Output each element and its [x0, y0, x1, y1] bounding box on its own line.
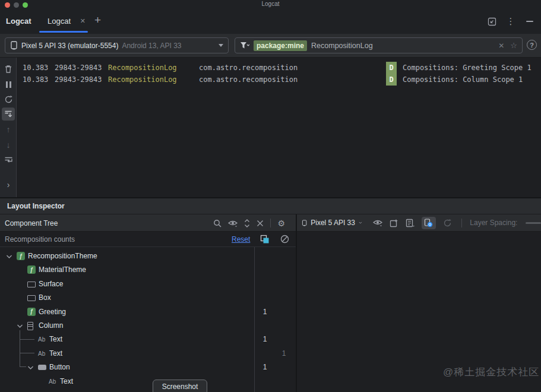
inspector-device-selector[interactable]: Pixel 5 API 33: [311, 219, 355, 227]
gear-icon[interactable]: ⚙: [277, 219, 285, 228]
tree-node-box[interactable]: Box: [0, 291, 296, 305]
tree-node-label: Text: [49, 349, 62, 358]
chevron-down-icon[interactable]: [17, 324, 23, 328]
text-node-icon: Ab: [49, 378, 56, 385]
help-icon[interactable]: ?: [527, 40, 537, 50]
compose-node-icon: ƒ: [27, 265, 36, 274]
device-detail: Android 13, API 33: [122, 42, 181, 50]
collapse-all-icon[interactable]: [257, 220, 264, 227]
logcat-output[interactable]: 10.38329843-29843RecompositionLogcom.ast…: [17, 58, 541, 197]
component-tree-header: Component Tree ⚙: [0, 214, 296, 232]
tree-node-column[interactable]: Column: [0, 319, 296, 333]
log-pid: 29843-29843: [55, 75, 102, 84]
close-tab-icon[interactable]: ✕: [80, 17, 86, 25]
screenshot-tooltip: Screenshot: [153, 380, 207, 392]
expand-strip-icon[interactable]: ›: [2, 178, 15, 191]
tree-node-label: Text: [60, 377, 73, 385]
reset-counts-link[interactable]: Reset: [232, 235, 250, 244]
previous-occurrence-icon[interactable]: ↑: [2, 123, 15, 136]
recomposition-counts-label: Recomposition counts: [5, 235, 75, 244]
highlight-layers-icon[interactable]: [260, 235, 270, 244]
tree-node-label: Button: [49, 363, 70, 371]
live-updates-toggle[interactable]: [422, 217, 436, 229]
logcat-filter-input[interactable]: package:mine RecompositionLog ✕ ☆: [235, 37, 523, 53]
tree-node-text[interactable]: AbText: [0, 375, 296, 388]
tree-node-greeting[interactable]: ƒGreeting1: [0, 305, 296, 319]
favorite-filter-icon[interactable]: ☆: [510, 41, 517, 50]
layout-inspector-header: Layout Inspector: [0, 197, 541, 214]
column-node-icon: [27, 322, 33, 330]
tree-node-label: Surface: [39, 280, 63, 288]
tree-node-button[interactable]: Button1: [0, 361, 296, 374]
hide-panel-icon[interactable]: [524, 16, 535, 27]
app-window: Logcat Logcat Logcat ✕ + ⋮ Pixel 5 API 3…: [0, 0, 541, 392]
skip-count: 1: [277, 349, 291, 358]
text-node-icon: Ab: [38, 350, 45, 357]
window-title: Logcat: [0, 1, 541, 7]
new-tab-button[interactable]: +: [94, 14, 101, 27]
text-node-icon: Ab: [38, 336, 45, 343]
chevron-down-icon[interactable]: [27, 365, 34, 370]
tab-logcat[interactable]: Logcat ✕: [39, 10, 88, 34]
log-time: 10.383: [23, 64, 48, 72]
log-package: com.astro.recomposition: [199, 64, 298, 72]
tree-node-label: Box: [39, 293, 51, 302]
log-pid: 29843-29843: [55, 64, 102, 72]
title-bar: Logcat: [0, 0, 541, 10]
float-window-icon[interactable]: [486, 16, 497, 27]
tree-node-recompositiontheme[interactable]: ƒRecompositionTheme: [0, 249, 296, 263]
chevron-down-icon: [219, 44, 223, 47]
component-tree[interactable]: ƒRecompositionThemeƒMaterialThemeSurface…: [0, 247, 296, 392]
filter-funnel-icon: [240, 42, 249, 49]
clear-filter-icon[interactable]: ✕: [498, 42, 504, 50]
tree-node-label: RecompositionTheme: [28, 252, 97, 260]
log-message: Compositions: Greeting Scope 1: [403, 64, 531, 72]
recomposition-count: 1: [258, 335, 272, 343]
recomposition-count: 1: [258, 308, 272, 316]
refresh-icon[interactable]: [443, 219, 452, 227]
tool-window-label: Logcat: [6, 17, 31, 26]
tree-node-label: Text: [49, 335, 62, 343]
restart-logcat-icon[interactable]: [2, 93, 15, 106]
log-tag: RecompositionLog: [108, 75, 177, 84]
toolbar-separator: [461, 219, 462, 227]
logcat-toolbar: Pixel 5 API 33 (emulator-5554) Android 1…: [0, 34, 541, 58]
tree-node-surface[interactable]: Surface: [0, 277, 296, 291]
device-name: Pixel 5 API 33 (emulator-5554): [21, 42, 118, 50]
device-selector[interactable]: Pixel 5 API 33 (emulator-5554) Android 1…: [5, 37, 229, 53]
chevron-down-icon[interactable]: [6, 254, 12, 259]
inspector-device-toolbar: Pixel 5 API 33 Layer Spacing:: [297, 214, 541, 232]
view-mode-icon[interactable]: [406, 219, 415, 227]
phone-icon: [10, 41, 18, 50]
tree-node-text[interactable]: AbText1: [0, 333, 296, 346]
container-node-icon: [27, 282, 36, 287]
search-icon[interactable]: [213, 219, 222, 227]
options-menu-icon[interactable]: ⋮: [505, 16, 516, 27]
tree-node-materialtheme[interactable]: ƒMaterialTheme: [0, 263, 296, 277]
soft-wrap-icon[interactable]: [2, 153, 15, 166]
component-tree-title: Component Tree: [5, 219, 58, 227]
layer-spacing-slider[interactable]: [526, 222, 541, 224]
expand-collapse-icon[interactable]: [244, 219, 250, 227]
log-level-badge: D: [386, 62, 397, 74]
phone-icon: [302, 219, 307, 227]
recomposition-count: 1: [258, 363, 272, 371]
tree-node-text[interactable]: AbText1: [0, 347, 296, 361]
cancel-highlight-icon[interactable]: [280, 235, 289, 244]
pause-logcat-icon[interactable]: [2, 78, 15, 91]
add-snapshot-icon[interactable]: [390, 219, 398, 227]
clear-logcat-icon[interactable]: [2, 62, 15, 75]
view-options-eye-icon[interactable]: [228, 220, 238, 227]
tab-bar: Logcat Logcat ✕ + ⋮: [0, 10, 541, 34]
watermark: @稀土掘金技术社区: [443, 365, 539, 379]
recomposition-counts-bar: Recomposition counts Reset: [0, 232, 296, 247]
next-occurrence-icon[interactable]: ↓: [2, 138, 15, 151]
tree-node-label: MaterialTheme: [39, 265, 86, 274]
filter-chip-package-mine[interactable]: package:mine: [254, 40, 307, 51]
scroll-to-end-icon[interactable]: [2, 108, 15, 121]
chevron-down-icon: [359, 221, 362, 225]
screenshot-tooltip-label: Screenshot: [162, 382, 198, 391]
logcat-action-strip: ↑ ↓ ›: [0, 58, 17, 197]
active-tab-indicator: [39, 31, 88, 33]
view-options-eye-icon[interactable]: [373, 219, 382, 226]
